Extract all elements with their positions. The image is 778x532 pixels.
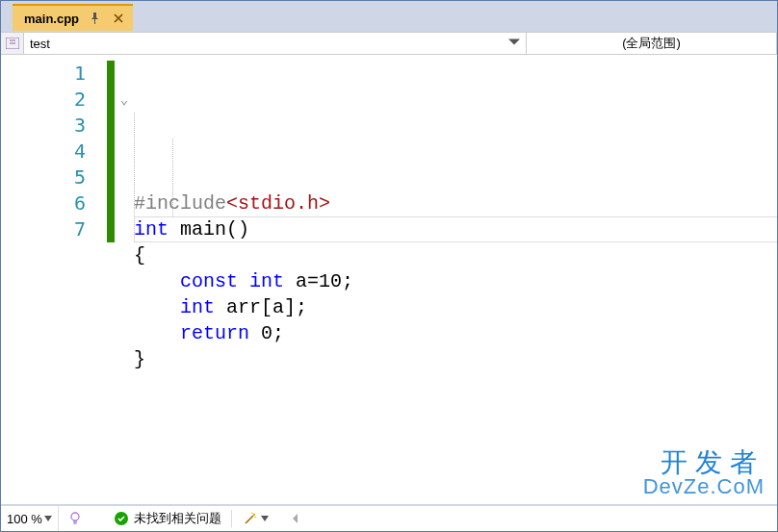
status-bar: 100 % 未找到相关问题 <box>1 504 777 531</box>
separator <box>231 510 232 527</box>
outline-blank <box>115 139 134 165</box>
outline-blank <box>115 113 134 139</box>
file-tab[interactable]: main.cpp <box>13 4 133 31</box>
code-line[interactable]: } <box>134 346 777 372</box>
scope-icon[interactable] <box>1 33 24 54</box>
code-line[interactable]: int arr[a]; <box>134 294 777 320</box>
svg-point-3 <box>71 513 79 520</box>
chevron-down-icon <box>508 37 520 51</box>
line-number: 3 <box>20 113 107 139</box>
scope-value: test <box>30 37 50 51</box>
member-dropdown[interactable]: (全局范围) <box>527 33 777 54</box>
code-editor[interactable]: 1234567 ⌄ #include<stdio.h>int main(){ c… <box>1 55 777 504</box>
issues-text[interactable]: 未找到相关问题 <box>134 510 221 527</box>
line-number: 1 <box>20 61 107 87</box>
svg-point-5 <box>255 517 257 519</box>
line-number: 4 <box>20 139 107 165</box>
line-number-gutter: 1234567 <box>20 55 107 504</box>
line-number: 5 <box>20 165 107 190</box>
prev-issue-button[interactable] <box>286 512 305 526</box>
outline-blank <box>115 61 134 87</box>
svg-point-4 <box>253 514 255 516</box>
check-icon <box>115 512 128 525</box>
line-number: 7 <box>20 216 107 242</box>
collapse-toggle[interactable]: ⌄ <box>115 87 134 113</box>
code-line[interactable]: return 0; <box>134 320 777 346</box>
code-line[interactable]: #include<stdio.h> <box>134 190 777 216</box>
outlining-margin[interactable]: ⌄ <box>115 55 134 504</box>
breakpoint-margin[interactable] <box>1 55 20 504</box>
svg-point-6 <box>251 513 253 515</box>
member-value: (全局范围) <box>622 35 681 52</box>
wand-icon[interactable] <box>242 510 259 527</box>
code-text-area[interactable]: #include<stdio.h>int main(){ const int a… <box>134 55 777 504</box>
code-line[interactable]: const int a=10; <box>134 268 777 294</box>
line-number: 2 <box>20 87 107 113</box>
code-line[interactable]: int main() <box>134 216 777 242</box>
zoom-control[interactable]: 100 % <box>1 506 59 531</box>
pin-icon[interactable] <box>89 12 102 25</box>
outline-blank <box>115 216 134 242</box>
lightbulb-icon[interactable] <box>66 510 84 527</box>
line-number: 6 <box>20 190 107 216</box>
outline-blank <box>115 165 134 190</box>
code-line[interactable]: { <box>134 242 777 268</box>
tab-title: main.cpp <box>24 12 79 26</box>
close-icon[interactable] <box>112 12 125 25</box>
chevron-down-icon <box>44 516 52 521</box>
outline-blank <box>115 190 134 216</box>
chevron-down-icon <box>261 516 269 521</box>
change-indicator <box>107 61 115 242</box>
tab-strip: main.cpp <box>1 1 777 32</box>
scope-dropdown[interactable]: test <box>24 33 527 54</box>
zoom-value: 100 % <box>7 512 42 526</box>
navigation-bar: test (全局范围) <box>1 32 777 55</box>
